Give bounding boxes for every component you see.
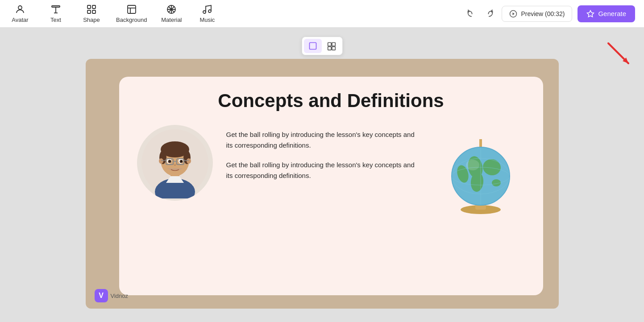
svg-point-11 — [208, 10, 211, 12]
person-svg — [141, 127, 208, 198]
svg-rect-15 — [328, 43, 331, 46]
play-icon — [509, 10, 517, 18]
toolbar-item-text[interactable]: Text — [45, 4, 67, 23]
globe-svg — [440, 125, 521, 214]
svg-rect-8 — [128, 5, 136, 13]
text-icon — [50, 4, 61, 15]
undo-button[interactable] — [464, 7, 478, 21]
slide-title: Concepts and Definitions — [137, 90, 525, 111]
vidnoz-text: Vidnoz — [111, 293, 129, 299]
slide-card: Concepts and Definitions — [119, 77, 543, 295]
slide[interactable]: Concepts and Definitions — [86, 59, 559, 309]
undo-redo-group — [464, 7, 496, 21]
svg-rect-1 — [52, 6, 60, 7]
generate-label: Generate — [598, 10, 626, 17]
svg-marker-54 — [623, 58, 628, 63]
svg-line-53 — [608, 43, 628, 63]
slide-container: Concepts and Definitions — [86, 59, 559, 309]
vidnoz-icon: V — [95, 289, 108, 302]
generate-icon — [586, 10, 594, 18]
toolbar: Avatar Text Sha — [0, 0, 644, 28]
svg-rect-6 — [87, 10, 91, 13]
shape-label: Shape — [83, 17, 100, 23]
slide-paragraph-2: Get the ball rolling by introducing the … — [226, 160, 423, 181]
preview-label: Preview (00:32) — [521, 10, 565, 17]
text-label: Text — [50, 17, 61, 23]
avatar-image — [137, 125, 213, 201]
text-content: Get the ball rolling by introducing the … — [226, 125, 423, 181]
svg-point-51 — [466, 160, 479, 170]
mode-toggle — [302, 37, 343, 55]
canvas-area: Concepts and Definitions — [0, 28, 644, 322]
background-label: Background — [116, 17, 147, 23]
background-icon — [126, 4, 137, 15]
normal-view-button[interactable] — [304, 39, 322, 53]
slide-body: Get the ball rolling by introducing the … — [137, 125, 525, 214]
svg-point-32 — [169, 161, 170, 162]
toolbar-item-material[interactable]: Material — [160, 4, 183, 23]
svg-point-27 — [187, 158, 191, 164]
redo-button[interactable] — [482, 7, 496, 21]
svg-point-10 — [203, 11, 206, 13]
preview-button[interactable]: Preview (00:32) — [502, 6, 572, 22]
svg-rect-14 — [309, 43, 316, 50]
generate-button[interactable]: Generate — [578, 5, 635, 22]
svg-point-33 — [181, 161, 182, 162]
scene-view-icon — [327, 41, 336, 50]
svg-rect-7 — [92, 10, 96, 13]
svg-point-0 — [18, 6, 22, 9]
globe-container — [436, 125, 525, 214]
vidnoz-logo: V Vidnoz — [95, 289, 129, 302]
material-icon — [166, 4, 177, 15]
svg-point-26 — [159, 158, 163, 164]
toolbar-item-avatar[interactable]: Avatar — [9, 4, 31, 23]
music-label: Music — [199, 17, 215, 23]
red-arrow — [599, 34, 635, 72]
svg-rect-4 — [87, 5, 91, 8]
material-label: Material — [161, 17, 182, 23]
avatar-icon — [15, 4, 25, 15]
toolbar-item-background[interactable]: Background — [116, 4, 147, 23]
toolbar-right: Preview (00:32) Generate — [464, 5, 635, 22]
music-icon — [202, 4, 212, 15]
toolbar-left: Avatar Text Sha — [9, 4, 464, 23]
svg-rect-17 — [328, 47, 331, 50]
shape-icon — [86, 4, 97, 15]
slide-paragraph-1: Get the ball rolling by introducing the … — [226, 129, 423, 151]
normal-view-icon — [308, 41, 317, 50]
svg-marker-13 — [513, 12, 515, 15]
scene-view-button[interactable] — [323, 39, 341, 53]
svg-rect-5 — [92, 5, 96, 8]
svg-rect-18 — [332, 47, 335, 50]
avatar-label: Avatar — [12, 17, 28, 23]
toolbar-item-shape[interactable]: Shape — [80, 4, 103, 23]
toolbar-item-music[interactable]: Music — [196, 4, 218, 23]
svg-rect-16 — [332, 43, 335, 46]
